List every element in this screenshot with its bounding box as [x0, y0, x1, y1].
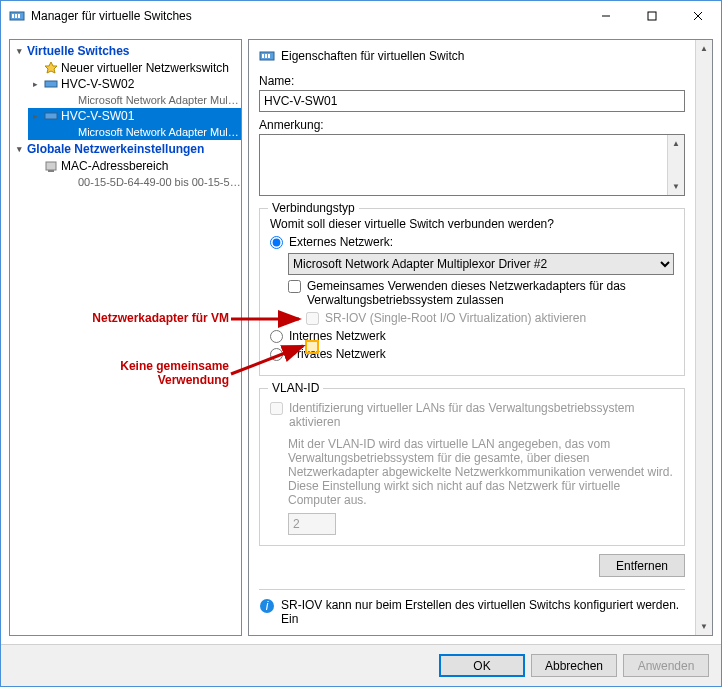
panel-scrollbar[interactable]: ▲ ▼ [695, 40, 712, 635]
svg-rect-9 [45, 81, 57, 87]
tree-item-sw02-sub: Microsoft Network Adapter Multipl... [28, 92, 241, 108]
window-title: Manager für virtuelle Switches [31, 9, 583, 23]
radio-external[interactable]: Externes Netzwerk: [270, 235, 674, 249]
svg-rect-16 [268, 54, 270, 58]
vlan-legend: VLAN-ID [268, 381, 323, 395]
scroll-down-icon[interactable]: ▼ [668, 178, 684, 195]
new-switch-icon [43, 60, 59, 76]
tree-panel: ▾ Virtuelle Switches Neuer virtueller Ne… [9, 39, 242, 636]
vlan-description: Mit der VLAN-ID wird das virtuelle LAN a… [288, 437, 674, 507]
notes-label: Anmerkung: [259, 118, 685, 132]
title-bar: Manager für virtuelle Switches [1, 1, 721, 31]
properties-panel: Eigenschaften für virtuellen Switch Name… [248, 39, 713, 636]
textarea-scrollbar[interactable]: ▲ ▼ [667, 135, 684, 195]
tree-section-global[interactable]: ▾ Globale Netzwerkeinstellungen [10, 140, 241, 158]
svg-rect-3 [18, 14, 20, 18]
scroll-up-icon[interactable]: ▲ [696, 40, 712, 57]
svg-rect-2 [15, 14, 17, 18]
checkbox-vlan-enable: Identifizierung virtueller LANs für das … [270, 401, 674, 429]
vlan-group: VLAN-ID Identifizierung virtueller LANs … [259, 388, 685, 546]
name-label: Name: [259, 74, 685, 88]
radio-private[interactable]: Privates Netzwerk [270, 347, 674, 361]
tree-item-sw02[interactable]: ▸ HVC-V-SW02 Microsoft Network Adapter M… [10, 76, 241, 108]
scroll-down-icon[interactable]: ▼ [696, 618, 712, 635]
tree-item-sw01[interactable]: ▸ HVC-V-SW01 Microsoft Network Adapter M… [10, 108, 241, 140]
connection-prompt: Womit soll dieser virtuelle Switch verbu… [270, 217, 674, 231]
checkbox-share-os[interactable]: Gemeinsames Verwenden dieses Netzwerkada… [288, 279, 674, 307]
properties-header: Eigenschaften für virtuellen Switch [259, 48, 685, 64]
connection-type-group: Verbindungstyp Womit soll dieser virtuel… [259, 208, 685, 376]
svg-rect-12 [48, 170, 54, 172]
maximize-button[interactable] [629, 1, 675, 31]
tree-section-virtual-switches[interactable]: ▾ Virtuelle Switches [10, 42, 241, 60]
collapse-icon: ▾ [14, 144, 25, 154]
nic-icon [43, 158, 59, 174]
apply-button: Anwenden [623, 654, 709, 677]
svg-marker-8 [45, 62, 57, 73]
app-icon [9, 8, 25, 24]
checkbox-sriov: SR-IOV (Single-Root I/O Virtualization) … [306, 311, 674, 325]
adapter-combo[interactable]: Microsoft Network Adapter Multiplexor Dr… [288, 253, 674, 275]
tree-item-sw01-sub: Microsoft Network Adapter Multipl... [28, 124, 241, 140]
tree-item-mac-range[interactable]: MAC-Adressbereich 00-15-5D-64-49-00 bis … [10, 158, 241, 190]
info-icon: i [259, 598, 275, 614]
radio-internal[interactable]: Internes Netzwerk [270, 329, 674, 343]
notes-textarea[interactable] [260, 135, 667, 195]
svg-rect-10 [45, 113, 57, 119]
svg-rect-15 [265, 54, 267, 58]
scroll-up-icon[interactable]: ▲ [668, 135, 684, 152]
info-message: i SR-IOV kann nur beim Erstellen des vir… [259, 589, 685, 626]
svg-text:i: i [266, 599, 269, 613]
close-button[interactable] [675, 1, 721, 31]
vlan-id-input [288, 513, 336, 535]
minimize-button[interactable] [583, 1, 629, 31]
vswitch-icon [43, 108, 59, 124]
vswitch-icon [43, 76, 59, 92]
ok-button[interactable]: OK [439, 654, 525, 677]
dialog-button-bar: OK Abbrechen Anwenden [1, 644, 721, 686]
connection-type-legend: Verbindungstyp [268, 201, 359, 215]
svg-rect-14 [262, 54, 264, 58]
tree-item-mac-sub: 00-15-5D-64-49-00 bis 00-15-5D-6... [28, 174, 241, 190]
collapse-icon: ▾ [14, 46, 25, 56]
cancel-button[interactable]: Abbrechen [531, 654, 617, 677]
svg-rect-1 [12, 14, 14, 18]
remove-button[interactable]: Entfernen [599, 554, 685, 577]
expand-icon[interactable]: ▸ [30, 111, 41, 121]
expand-icon[interactable]: ▸ [30, 79, 41, 89]
name-input[interactable] [259, 90, 685, 112]
svg-rect-5 [648, 12, 656, 20]
vswitch-icon [259, 48, 275, 64]
svg-rect-11 [46, 162, 56, 170]
tree-item-new-switch[interactable]: Neuer virtueller Netzwerkswitch [10, 60, 241, 76]
